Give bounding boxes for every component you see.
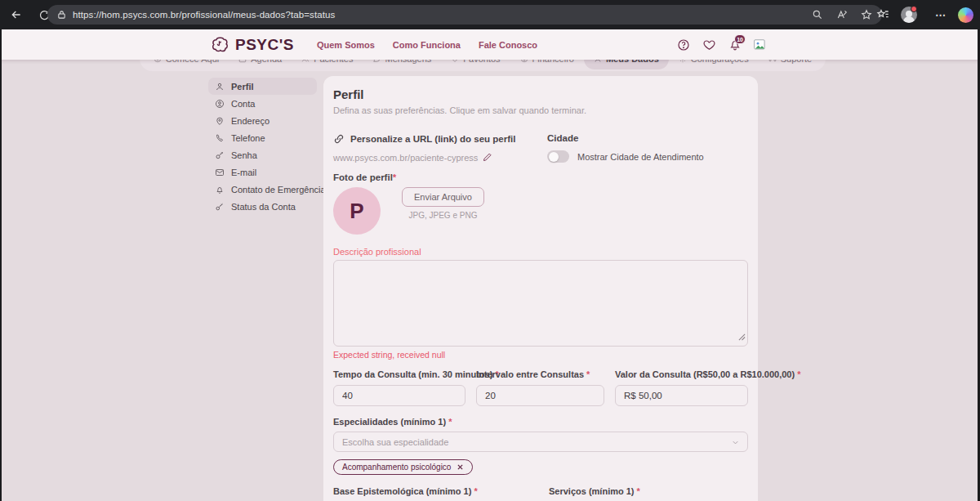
description-error: Expected string, received null [333, 350, 748, 360]
broken-avatar-image-icon[interactable] [754, 39, 766, 51]
help-icon[interactable] [677, 38, 690, 51]
collections-icon[interactable] [876, 8, 889, 21]
tab-label: Configurações [691, 60, 749, 64]
sidebar-item-label: Endereço [231, 116, 270, 126]
read-aloud-icon[interactable] [836, 9, 848, 20]
tab-label: Comece Aqui [166, 60, 219, 64]
money-icon [520, 60, 528, 63]
tab-strip: Comece Aqui Agenda Pacientes Mensagens F… [0, 60, 980, 72]
address-bar[interactable]: https://hom.psycs.com.br/profissional/me… [47, 5, 882, 25]
city-section: Cidade Mostrar Cidade de Atendimento [547, 133, 748, 163]
phone-icon [215, 133, 225, 143]
profile-photo-avatar[interactable]: P [333, 187, 381, 235]
site-header: PSYC'S Quem Somos Como Funciona Fale Con… [0, 29, 980, 60]
tab-favoritos[interactable]: Favoritos [441, 60, 510, 69]
alarm-bell-icon [215, 185, 225, 195]
sidebar-item-label: Conta [231, 99, 255, 109]
gear-icon [679, 60, 687, 63]
tab-label: Mensagens [385, 60, 431, 64]
perfil-panel: Perfil Defina as suas preferências. Cliq… [323, 76, 758, 501]
especialidades-label: Especialidades (mínimo 1) * [333, 417, 748, 427]
tab-financeiro[interactable]: Financeiro [510, 60, 584, 69]
notifications-bell-icon[interactable]: 10 [728, 38, 742, 51]
main-nav: Quem Somos Como Funciona Fale Conosco [317, 40, 537, 50]
copilot-icon[interactable] [958, 7, 973, 23]
tab-label: Favoritos [463, 60, 500, 64]
tab-label: Financeiro [532, 60, 574, 64]
sidebar-item-senha[interactable]: Senha [208, 146, 317, 163]
sidebar-item-label: Status da Conta [231, 202, 296, 212]
tab-agenda[interactable]: Agenda [229, 60, 292, 69]
headset-icon [768, 60, 777, 63]
key-icon [215, 150, 225, 160]
tempo-consulta-input[interactable] [333, 385, 466, 406]
sidebar-item-label: E-mail [231, 168, 256, 177]
tab-comece-aqui[interactable]: Comece Aqui [144, 60, 229, 69]
tab-configuracoes[interactable]: Configurações [669, 60, 759, 69]
url-section-label: Personalize a URL (link) do seu perfil [350, 134, 515, 144]
url-section: Personalize a URL (link) do seu perfil w… [333, 133, 547, 163]
favorite-star-icon[interactable] [861, 9, 872, 20]
sidebar-item-status-conta[interactable]: Status da Conta [208, 198, 317, 215]
map-pin-icon [215, 116, 225, 126]
chevron-down-icon [731, 438, 740, 449]
sidebar-item-telefone[interactable]: Telefone [208, 129, 317, 146]
nav-fale-conosco[interactable]: Fale Conosco [479, 40, 537, 50]
edit-url-pencil-icon[interactable] [483, 152, 492, 163]
user-icon [215, 82, 225, 92]
sidebar-item-conta[interactable]: Conta [208, 95, 317, 112]
more-menu-icon[interactable]: ⋯ [935, 9, 947, 21]
city-toggle[interactable] [547, 150, 569, 163]
notification-badge: 10 [734, 34, 746, 44]
page-subtitle: Defina as suas preferências. Clique em s… [333, 105, 748, 115]
profile-notification-dot [911, 6, 917, 12]
valor-consulta-input[interactable] [615, 385, 748, 406]
user-circle-icon [215, 99, 225, 109]
field-valor-consulta: Valor da Consulta (R$50,00 a R$10.000,00… [615, 369, 748, 406]
profile-url-value: www.psycs.com.br/paciente-cypress [333, 153, 478, 163]
tab-mensagens[interactable]: Mensagens [363, 60, 441, 69]
field-intervalo-consultas: Intervalo entre Consultas * [476, 369, 604, 406]
upload-file-button[interactable]: Enviar Arquivo [402, 187, 484, 207]
lock-icon[interactable] [57, 10, 66, 20]
city-label: Cidade [547, 133, 748, 143]
intervalo-consultas-input[interactable] [476, 385, 604, 406]
sidebar-item-label: Contato de Emergência [231, 185, 326, 195]
especialidades-placeholder: Escolha sua especialidade [342, 437, 448, 447]
window-edge-left [0, 29, 2, 501]
nav-quem-somos[interactable]: Quem Somos [317, 40, 375, 50]
link-icon [333, 133, 345, 145]
field-servicos: Serviços (mínimo 1) * Escolha seus servi… [549, 486, 748, 501]
page-title: Perfil [333, 87, 748, 101]
tab-meus-dados[interactable]: Meus Dados [584, 60, 669, 69]
field-base-epistemologica: Base Epistemológica (mínimo 1) * Escolha… [333, 486, 532, 501]
resize-grip-icon[interactable] [738, 329, 746, 344]
find-on-page-icon[interactable] [812, 9, 823, 20]
back-icon[interactable] [5, 3, 28, 26]
user-card-icon [594, 60, 602, 63]
sidebar-item-endereco[interactable]: Endereço [208, 112, 317, 129]
heart-icon [451, 60, 459, 63]
tab-label: Pacientes [314, 60, 353, 64]
browser-chrome: https://hom.psycs.com.br/profissional/me… [0, 0, 980, 29]
tab-pacientes[interactable]: Pacientes [292, 60, 363, 69]
description-textarea[interactable] [333, 260, 748, 347]
tab-label: Meus Dados [606, 60, 659, 64]
chip-remove-icon[interactable] [457, 463, 464, 471]
smiley-icon [154, 60, 162, 63]
nav-como-funciona[interactable]: Como Funciona [393, 40, 461, 50]
calendar-icon [238, 60, 247, 63]
tab-label: Agenda [251, 60, 282, 64]
chat-icon [372, 60, 381, 63]
settings-sidebar: Perfil Conta Endereço Telefone Senha E-m… [208, 76, 317, 501]
brand-logo[interactable]: PSYC'S [208, 34, 294, 56]
brand-name[interactable]: PSYC'S [235, 36, 294, 54]
especialidades-select[interactable]: Escolha sua especialidade [333, 432, 748, 452]
favorites-heart-icon[interactable] [702, 38, 716, 51]
sidebar-item-email[interactable]: E-mail [208, 163, 317, 181]
tab-suporte[interactable]: Suporte [759, 60, 822, 69]
sidebar-item-perfil[interactable]: Perfil [208, 78, 317, 95]
mail-icon [215, 168, 225, 177]
url-text[interactable]: https://hom.psycs.com.br/profissional/me… [73, 10, 335, 20]
sidebar-item-contato-emergencia[interactable]: Contato de Emergência [208, 181, 317, 198]
